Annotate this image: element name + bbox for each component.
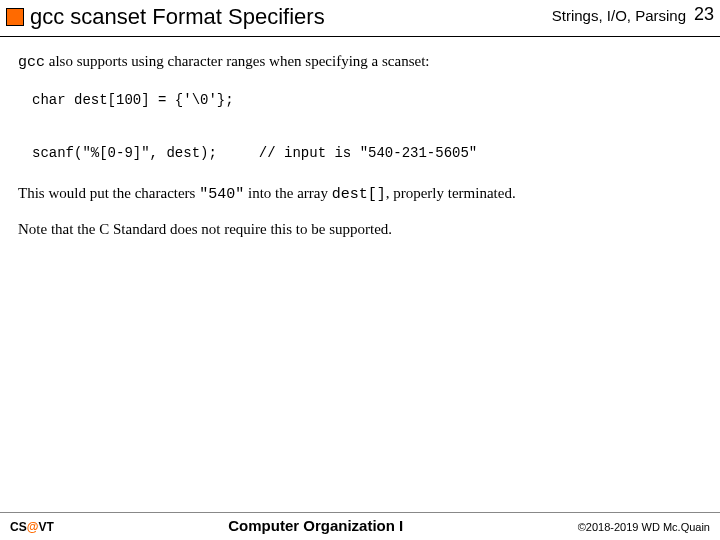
footer-vt: VT [38,520,53,534]
note-text: Note that the C Standard does not requir… [18,219,702,239]
result-text: This would put the characters "540" into… [18,183,702,205]
result-prefix: This would put the characters [18,185,199,201]
slide-title: gcc scanset Format Specifiers [30,4,325,30]
slide-topic: Strings, I/O, Parsing [552,7,686,24]
footer-cs: CS [10,520,27,534]
intro-code-word: gcc [18,54,45,71]
result-mid: into the array [244,185,331,201]
code-line-1: char dest[100] = {'\0'}; [32,92,234,108]
result-suffix: , properly terminated. [386,185,516,201]
footer-left: CS@VT [10,520,54,534]
result-quoted: "540" [199,186,244,203]
code-block: char dest[100] = {'\0'}; scanf("%[0-9]",… [32,87,702,167]
footer-right: ©2018-2019 WD Mc.Quain [578,521,710,533]
footer-at: @ [27,520,39,534]
code-line-2: scanf("%[0-9]", dest); // input is "540-… [32,145,477,161]
footer-rule [0,512,720,513]
header-bullet-icon [6,8,24,26]
slide-body: gcc also supports using character ranges… [0,37,720,240]
intro-text: gcc also supports using character ranges… [18,51,702,73]
footer-center: Computer Organization I [228,517,403,534]
footer-row: CS@VT Computer Organization I ©2018-2019… [0,517,720,534]
footer: CS@VT Computer Organization I ©2018-2019… [0,512,720,534]
intro-rest: also supports using character ranges whe… [45,53,429,69]
result-code: dest[] [332,186,386,203]
page-number: 23 [694,4,714,25]
slide: gcc scanset Format Specifiers Strings, I… [0,0,720,540]
